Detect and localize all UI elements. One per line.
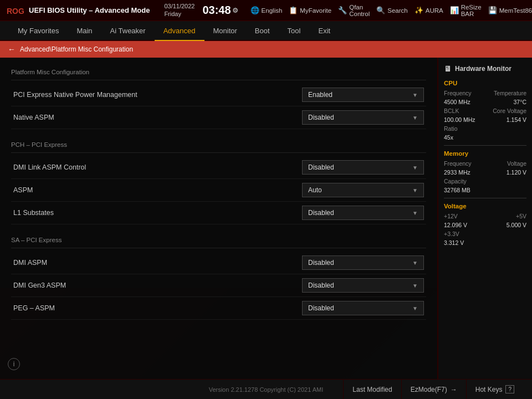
dropdown-arrow-icon: ▼	[412, 115, 418, 121]
cpu-divider	[444, 145, 526, 146]
dmi-gen3-label: DMI Gen3 ASPM	[13, 282, 66, 289]
dmi-gen3-dropdown[interactable]: Disabled ▼	[302, 278, 424, 293]
mem-capacity-value: 32768 MB	[444, 187, 470, 193]
info-button[interactable]: i	[8, 358, 20, 370]
svg-text:ROG: ROG	[7, 7, 24, 16]
setting-native-aspm: Native ASPM Disabled ▼	[11, 106, 426, 129]
pci-power-dropdown[interactable]: Enabled ▼	[302, 88, 424, 102]
setting-pci-power: PCI Express Native Power Management Enab…	[11, 84, 426, 106]
native-aspm-value: Disabled	[308, 114, 334, 121]
sidebar-title-text: Hardware Monitor	[455, 65, 511, 73]
top-nav-myfavorite[interactable]: 📋 MyFavorite	[289, 6, 331, 14]
top-nav-search[interactable]: 🔍 Search	[376, 6, 407, 14]
cpu-ratio-row: Ratio	[444, 125, 526, 132]
nav-advanced[interactable]: Advanced	[155, 21, 204, 41]
cpu-bclk-value: 100.00 MHz	[444, 116, 475, 123]
setting-dmi-aspm: DMI ASPM Disabled ▼	[11, 252, 426, 274]
aspm-dropdown[interactable]: Auto ▼	[302, 183, 424, 197]
section-pch-pci: PCH – PCI Express	[11, 138, 426, 153]
nav-main[interactable]: Main	[68, 21, 101, 41]
bios-title: UEFI BIOS Utility – Advanced Mode	[29, 6, 150, 14]
top-nav-english[interactable]: 🌐 English	[250, 6, 283, 14]
dmi-aspm-dropdown[interactable]: Disabled ▼	[302, 255, 424, 270]
v12-label: +12V	[444, 213, 458, 219]
nav-tool[interactable]: Tool	[279, 21, 310, 41]
cpu-bclk-row: BCLK Core Voltage	[444, 108, 526, 114]
top-nav-qfan[interactable]: 🔧 Qfan Control	[338, 4, 370, 17]
dropdown-arrow-icon: ▼	[412, 187, 418, 193]
mem-freq-value: 2933 MHz	[444, 169, 470, 176]
v12-value: 12.096 V	[444, 222, 467, 228]
top-nav-memtest[interactable]: 💾 MemTest86	[488, 6, 532, 14]
myfavorite-label: MyFavorite	[300, 7, 331, 14]
cpu-corev-label: Core Voltage	[493, 108, 526, 114]
native-aspm-label: Native ASPM	[13, 114, 54, 121]
section-sa-pci: SA – PCI Express	[11, 233, 426, 248]
globe-icon: 🌐	[250, 6, 259, 14]
top-nav-resizebar[interactable]: 📊 ReSize BAR	[450, 4, 482, 17]
last-modified-button[interactable]: Last Modified	[343, 380, 401, 400]
nav-aitweaker[interactable]: Ai Tweaker	[101, 21, 155, 41]
logo-area: ROG UEFI BIOS Utility – Advanced Mode	[6, 3, 150, 18]
ez-mode-button[interactable]: EzMode(F7) →	[401, 380, 466, 400]
content-wrapper: Platform Misc Configuration PCI Express …	[0, 58, 532, 379]
mem-freq-value-row: 2933 MHz 1.120 V	[444, 169, 526, 176]
volt-33-value-row: 3.312 V	[444, 239, 526, 246]
nav-monitor[interactable]: Monitor	[204, 21, 246, 41]
dmi-aspm-label: DMI ASPM	[13, 259, 47, 267]
cpu-ratio-value: 45x	[444, 134, 453, 141]
volt-12-value-row: 12.096 V 5.000 V	[444, 222, 526, 228]
voltage-section-title: Voltage	[444, 203, 526, 209]
fan-icon: 🔧	[338, 6, 347, 14]
breadcrumb-bar: ← Advanced\Platform Misc Configuration	[0, 41, 532, 58]
resizebar-label: ReSize BAR	[461, 4, 482, 17]
setting-aspm: ASPM Auto ▼	[11, 179, 426, 202]
clock-settings-icon[interactable]: ⚙	[232, 7, 238, 14]
memtest-icon: 💾	[488, 6, 497, 14]
setting-dmi-link: DMI Link ASPM Control Disabled ▼	[11, 156, 426, 179]
nav-boot[interactable]: Boot	[246, 21, 279, 41]
cpu-bclk-label: BCLK	[444, 108, 459, 114]
dropdown-arrow-icon: ▼	[412, 305, 418, 311]
version-text: Version 2.21.1278 Copyright (C) 2021 AMI	[209, 386, 324, 393]
peg-aspm-value: Disabled	[308, 304, 334, 312]
cpu-ratio-value-row: 45x	[444, 134, 526, 141]
search-icon: 🔍	[376, 6, 385, 14]
peg-aspm-dropdown[interactable]: Disabled ▼	[302, 301, 424, 315]
setting-dmi-gen3: DMI Gen3 ASPM Disabled ▼	[11, 274, 426, 297]
cpu-frequency-value-row: 4500 MHz 37°C	[444, 99, 526, 105]
main-content: Platform Misc Configuration PCI Express …	[0, 58, 438, 379]
top-nav-aura[interactable]: ✨ AURA	[415, 6, 443, 14]
mem-freq-row: Frequency Voltage	[444, 160, 526, 167]
aura-icon: ✨	[415, 6, 423, 14]
native-aspm-dropdown[interactable]: Disabled ▼	[302, 110, 424, 125]
back-arrow-icon[interactable]: ←	[8, 45, 16, 54]
dmi-link-dropdown[interactable]: Disabled ▼	[302, 160, 424, 175]
v33-label: +3.3V	[444, 231, 459, 237]
bottom-bar: Version 2.21.1278 Copyright (C) 2021 AMI…	[0, 379, 532, 399]
ez-mode-label: EzMode(F7)	[411, 386, 447, 393]
nav-exit[interactable]: Exit	[309, 21, 339, 41]
volt-12-row: +12V +5V	[444, 213, 526, 219]
dmi-aspm-value: Disabled	[308, 259, 334, 267]
peg-aspm-label: PEG – ASPM	[13, 304, 55, 312]
cpu-temp-label: Temperature	[494, 90, 526, 96]
search-label: Search	[387, 7, 407, 14]
dropdown-arrow-icon: ▼	[412, 260, 418, 266]
monitor-icon: 🖥	[444, 64, 452, 73]
date-label: 03/11/2022Friday	[164, 3, 195, 17]
favorite-icon: 📋	[289, 6, 298, 14]
cpu-ratio-label: Ratio	[444, 125, 458, 132]
dropdown-arrow-icon: ▼	[412, 283, 418, 289]
top-nav-items: 🌐 English 📋 MyFavorite 🔧 Qfan Control 🔍 …	[250, 4, 532, 17]
mem-volt-label: Voltage	[507, 160, 526, 167]
cpu-freq-value: 4500 MHz	[444, 99, 470, 105]
datetime-area: 03/11/2022Friday	[164, 3, 195, 17]
hot-keys-button[interactable]: Hot Keys ?	[466, 380, 523, 400]
english-label: English	[262, 7, 283, 14]
qfan-label: Qfan Control	[349, 4, 370, 17]
l1-substates-dropdown[interactable]: Disabled ▼	[302, 206, 424, 220]
nav-myfavorites[interactable]: My Favorites	[9, 21, 68, 41]
setting-peg-aspm: PEG – ASPM Disabled ▼	[11, 297, 426, 320]
aspm-value: Auto	[308, 186, 322, 194]
